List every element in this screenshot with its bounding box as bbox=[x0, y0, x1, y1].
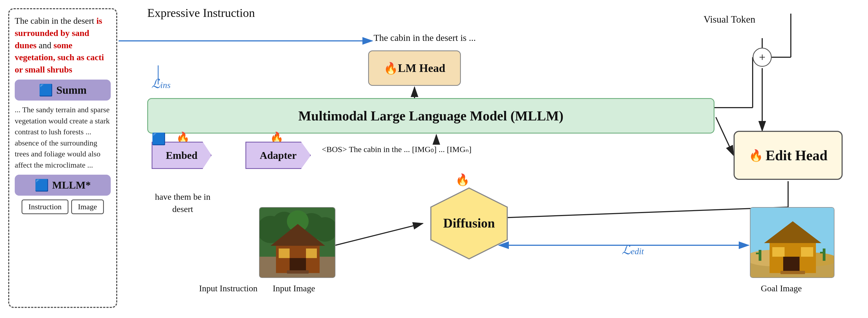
lm-head-label: LM Head bbox=[398, 62, 445, 75]
plus-symbol: + bbox=[759, 51, 766, 64]
input-image-label: Input Image bbox=[273, 283, 315, 293]
svg-rect-51 bbox=[820, 252, 826, 253]
instruction-text: The cabin in the desert is surrounded by… bbox=[15, 15, 111, 76]
image-input-box: Image bbox=[71, 199, 104, 214]
flame-icon-lmhead: 🔥 bbox=[384, 62, 398, 75]
l-edit-label: ℒedit bbox=[622, 243, 644, 257]
diffusion-hexagon-svg: Diffusion bbox=[426, 185, 513, 262]
goal-image-svg bbox=[750, 208, 834, 278]
summ-label: Summ bbox=[56, 84, 87, 96]
plus-circle: + bbox=[753, 48, 772, 67]
l-edit-text: ℒ bbox=[622, 243, 631, 257]
svg-rect-38 bbox=[287, 270, 309, 274]
adapter-label: Adapter bbox=[259, 149, 297, 161]
svg-rect-47 bbox=[801, 247, 813, 257]
embed-label: Embed bbox=[166, 149, 197, 161]
svg-text:Diffusion: Diffusion bbox=[443, 216, 495, 230]
adapter-box: Adapter bbox=[245, 142, 311, 169]
adapter-container: 🔥 Adapter bbox=[245, 142, 311, 169]
svg-rect-49 bbox=[756, 253, 762, 254]
have-them-text: have them be in desert bbox=[153, 191, 213, 215]
cabin-text-top: The cabin in the desert is ... bbox=[374, 33, 476, 43]
mllm-star-label: MLLM* bbox=[52, 179, 91, 191]
svg-rect-50 bbox=[823, 249, 826, 261]
goal-image bbox=[750, 207, 834, 278]
svg-rect-52 bbox=[780, 271, 805, 274]
l-ins-label: ℒins bbox=[151, 76, 170, 91]
mllm-inputs: Instruction Image bbox=[15, 199, 111, 214]
cube-icon-mllm: 🟦 bbox=[35, 179, 49, 192]
embed-container: 🔥 Embed bbox=[152, 142, 212, 169]
instruction-input-box: Instruction bbox=[22, 199, 68, 214]
edit-head-label: Edit Head bbox=[766, 148, 828, 163]
flame-icon-edithead: 🔥 bbox=[749, 149, 763, 162]
diffusion-hex-container: 🔥 Diffusion bbox=[426, 185, 513, 263]
embed-box: Embed bbox=[152, 142, 212, 169]
l-ins-sub: ins bbox=[160, 80, 170, 90]
input-image-svg bbox=[259, 208, 335, 278]
svg-rect-36 bbox=[279, 249, 289, 258]
goal-image-label: Goal Image bbox=[761, 283, 802, 293]
cube-icon-embed-main: 🟦 bbox=[152, 132, 166, 146]
edit-head-box: 🔥 Edit Head bbox=[734, 131, 843, 180]
svg-rect-45 bbox=[783, 257, 800, 273]
mllm-main-label: Multimodal Large Language Model (MLLM) bbox=[298, 108, 563, 124]
lm-head-box: 🔥 LM Head bbox=[368, 51, 461, 86]
diagram-container: The cabin in the desert is surrounded by… bbox=[0, 0, 868, 318]
l-edit-sub: edit bbox=[631, 246, 644, 256]
left-dashed-box: The cabin in the desert is surrounded by… bbox=[8, 8, 117, 308]
svg-rect-46 bbox=[772, 247, 784, 257]
desc-text: ... The sandy terrain and sparse vegetat… bbox=[15, 104, 111, 171]
visual-token-label: Visual Token bbox=[704, 13, 755, 25]
mllm-main-box: Multimodal Large Language Model (MLLM) bbox=[147, 98, 714, 133]
flame-icon-diffusion: 🔥 bbox=[456, 173, 470, 186]
svg-rect-37 bbox=[306, 249, 317, 258]
input-image bbox=[259, 207, 335, 278]
summ-block: 🟦 Summ bbox=[15, 80, 111, 100]
svg-rect-48 bbox=[758, 250, 762, 261]
svg-line-12 bbox=[496, 207, 788, 218]
cube-icon-summ: 🟦 bbox=[39, 84, 53, 97]
bos-text: <BOS> The cabin in the ... [IMG₀] ... [I… bbox=[322, 145, 471, 154]
svg-line-10 bbox=[335, 223, 423, 245]
input-instruction-label: Input Instruction bbox=[199, 283, 257, 293]
mllm-star-block: 🟦 MLLM* bbox=[15, 175, 111, 196]
svg-line-14 bbox=[716, 117, 734, 155]
l-ins-text: ℒ bbox=[151, 77, 160, 91]
expressive-instruction-label: Expressive Instruction bbox=[147, 6, 255, 20]
